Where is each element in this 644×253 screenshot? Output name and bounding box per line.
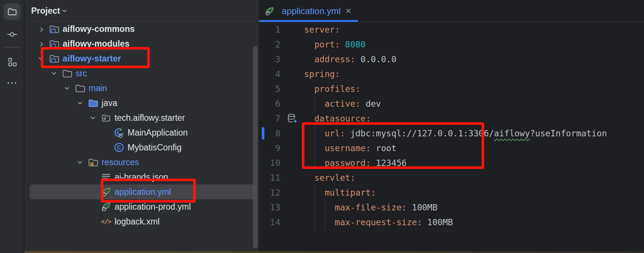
xml-file-icon (100, 216, 112, 227)
yaml-key: multipart: (304, 188, 376, 197)
yaml-key: active: (304, 99, 360, 109)
code-line[interactable]: 12 multipart: (259, 185, 644, 200)
tree-item-mybatisconfig[interactable]: C MybatisConfig (30, 140, 254, 155)
chevron-expanded-icon[interactable] (62, 83, 73, 93)
chevron-expanded-icon[interactable] (36, 54, 47, 63)
project-panel-header[interactable]: Project (24, 0, 259, 22)
active-tab-underline (259, 20, 358, 22)
tree-item-application-prod-yml[interactable]: application-prod.yml (30, 199, 254, 214)
chevron-placeholder (102, 127, 111, 138)
tree-item-tech-aiflowy-starter[interactable]: tech.aiflowy.starter (30, 110, 254, 125)
line-number: 9 (259, 143, 280, 153)
tree-item-java[interactable]: java (30, 96, 254, 110)
yaml-number: 8080 (340, 40, 366, 49)
source-root-folder-icon (87, 97, 99, 109)
chevron-placeholder (102, 142, 111, 153)
code-line[interactable]: 1server: (259, 22, 644, 37)
tree-item-label: java (102, 98, 117, 108)
yaml-key: port: (304, 40, 340, 49)
code-line[interactable]: 14 max-request-size: 100MB (259, 215, 644, 230)
code-line[interactable]: 13 max-file-size: 100MB (259, 200, 644, 215)
java-class-icon: C (113, 142, 125, 153)
tree-item-label: src (76, 69, 87, 79)
tree-item-label: MybatisConfig (128, 143, 182, 153)
structure-icon (7, 57, 17, 67)
code-line[interactable]: 5 profiles: (259, 81, 644, 96)
tree-item-main[interactable]: main (30, 81, 254, 96)
spring-config-icon (100, 186, 112, 197)
vcs-changed-marker[interactable] (262, 127, 264, 140)
yaml-value: 0.0.0.0 (355, 54, 396, 64)
yaml-value: dev (360, 99, 381, 109)
line-number: 4 (259, 69, 280, 79)
code-line[interactable]: 7 datasource: (259, 111, 644, 126)
tree-item-mainapplication[interactable]: MainApplication (30, 125, 254, 140)
module-folder-icon (49, 53, 60, 64)
chevron-expanded-icon[interactable] (75, 98, 86, 108)
code-line[interactable]: 8 url: jdbc:mysql://127.0.0.1:3306/aiflo… (259, 126, 644, 141)
project-tool-button[interactable] (4, 3, 20, 20)
code-line[interactable]: 2 port: 8080 (259, 37, 644, 52)
yaml-key: username: (304, 143, 371, 153)
editor-area: application.yml ✕ 1server: 2 port: 8080 … (259, 0, 644, 253)
project-panel-scrollbar[interactable] (253, 46, 258, 248)
tree-item-aiflowy-starter[interactable]: aiflowy-starter (30, 51, 254, 66)
tree-item-label: aiflowy-modules (63, 39, 129, 49)
tree-item-aiflowy-modules[interactable]: aiflowy-modules (30, 36, 254, 51)
commit-tool-button[interactable] (4, 26, 20, 43)
tree-item-label: ai-brands.json (115, 172, 168, 182)
chevron-down-icon[interactable] (60, 6, 70, 16)
tree-item-logback-xml[interactable]: logback.xml (30, 214, 254, 229)
tree-item-label: resources (102, 157, 139, 167)
tree-item-label: logback.xml (115, 217, 159, 227)
yaml-key: max-request-size: (304, 217, 422, 227)
tree-item-label: tech.aiflowy.starter (115, 113, 185, 123)
spring-config-icon (264, 6, 275, 17)
chevron-right-icon[interactable] (37, 24, 46, 34)
tree-item-label: application.yml (115, 187, 171, 197)
structure-tool-button[interactable] (4, 54, 20, 70)
chevron-placeholder (89, 187, 98, 197)
code-line[interactable]: 11 servlet: (259, 170, 644, 185)
chevron-expanded-icon[interactable] (49, 69, 60, 78)
project-tree: aiflowy-commons aiflowy-modules aiflowy-… (24, 21, 259, 229)
chevron-right-icon[interactable] (37, 39, 46, 49)
yaml-key: servlet: (304, 173, 355, 183)
code-editor[interactable]: 1server: 2 port: 8080 3 address: 0.0.0.0… (259, 22, 644, 253)
tree-item-ai-brands-json[interactable]: ai-brands.json (30, 170, 254, 184)
chevron-expanded-icon[interactable] (75, 157, 86, 167)
code-line[interactable]: 4spring: (259, 67, 644, 81)
chevron-placeholder (89, 172, 98, 182)
line-number: 3 (259, 54, 280, 64)
more-tools-button[interactable] (4, 74, 20, 91)
close-icon[interactable]: ✕ (345, 7, 352, 16)
project-panel: Project aiflowy-commons aiflowy-modules (24, 0, 259, 253)
ide-window: Project aiflowy-commons aiflowy-modules (0, 0, 644, 253)
json-file-icon (100, 172, 112, 183)
yaml-key: password: (304, 158, 371, 168)
tab-title: application.yml (282, 6, 341, 16)
code-line[interactable]: 3 address: 0.0.0.0 (259, 52, 644, 67)
code-line[interactable]: 10 password: 123456 (259, 156, 644, 170)
tree-item-application-yml[interactable]: application.yml (30, 184, 254, 199)
line-number: 13 (259, 203, 280, 212)
tab-application-yml[interactable]: application.yml ✕ (259, 0, 358, 22)
tree-item-aiflowy-commons[interactable]: aiflowy-commons (30, 21, 254, 36)
line-number: 10 (259, 158, 280, 168)
database-add-icon[interactable] (287, 113, 298, 124)
yaml-key: max-file-size: (304, 203, 407, 212)
tree-item-label: aiflowy-starter (63, 54, 121, 64)
tool-stripe (0, 0, 24, 253)
module-folder-icon (49, 23, 60, 34)
code-line[interactable]: 9 username: root (259, 141, 644, 156)
code-line[interactable]: 6 active: dev (259, 96, 644, 111)
line-number: 1 (259, 25, 280, 34)
line-number: 6 (259, 99, 280, 109)
yaml-value: ?useInformation (530, 129, 607, 138)
yaml-value: root (371, 143, 396, 153)
tree-item-src[interactable]: src (30, 66, 254, 81)
tree-item-label: application-prod.yml (115, 202, 191, 212)
spring-boot-class-icon (113, 127, 125, 138)
tree-item-resources[interactable]: resources (30, 155, 254, 170)
chevron-expanded-icon[interactable] (88, 113, 99, 123)
